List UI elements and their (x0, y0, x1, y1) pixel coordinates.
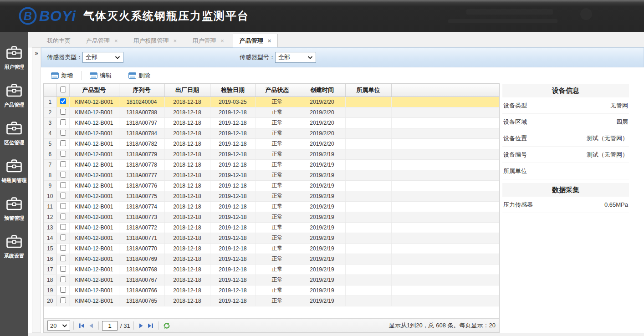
table-row[interactable]: 9 KIM40-12-B001 1318A00776 2018-12-18 20… (44, 180, 499, 191)
select-all-checkbox[interactable] (60, 87, 66, 92)
sidebar-item[interactable]: 产品管理 (3, 83, 25, 109)
table-row[interactable]: 16 KIM40-12-B001 1318A00769 2018-12-18 2… (44, 254, 499, 264)
row-checkbox[interactable] (60, 161, 66, 167)
row-checkbox[interactable] (60, 245, 66, 251)
delete-button-label: 删除 (138, 71, 150, 80)
row-checkbox[interactable] (60, 140, 66, 146)
table-row[interactable]: 4 KIM40-12-B001 1318A00784 2018-12-18 20… (44, 128, 499, 138)
page-size-select[interactable]: 20 (47, 321, 70, 331)
table-row[interactable]: 15 KIM40-12-B001 1318A00770 2018-12-18 2… (44, 243, 499, 254)
expand-panel-icon[interactable]: » (32, 50, 41, 56)
tab-close-icon[interactable]: × (268, 37, 271, 44)
row-checkbox[interactable] (60, 234, 66, 240)
tab[interactable]: 产品管理 × (79, 34, 125, 47)
tab[interactable]: 用户管理 × (185, 34, 231, 47)
column-header[interactable]: 产品型号 (69, 84, 119, 97)
row-checkbox[interactable] (60, 214, 66, 219)
sidebar-item[interactable]: 系统设置 (3, 234, 25, 260)
tab[interactable]: 我的主页 (40, 34, 77, 47)
first-page-button[interactable] (77, 321, 86, 330)
table-row[interactable]: 12 KIM40-12-B001 1318A00773 2018-12-18 2… (44, 212, 499, 222)
product-grid: 产品型号 序列号 出厂日期 检验日期 产品状态 创建时间 所属单位 (43, 83, 500, 333)
sidebar-item[interactable]: 预警管理 (3, 197, 25, 222)
cell-serial: 1318A00774 (119, 201, 164, 212)
table-row[interactable]: 11 KIM40-12-B001 1318A00774 2018-12-18 2… (44, 201, 499, 212)
sidebar-item[interactable]: 钢瓶间管理 (0, 159, 28, 184)
tab[interactable]: 产品管理 × (233, 34, 278, 47)
table-row[interactable]: 20 KIM40-12-B001 1318A00765 2018-12-18 2… (44, 295, 499, 306)
sensor-type-label: 传感器类型： (47, 53, 82, 61)
row-checkbox[interactable] (60, 182, 66, 188)
tab-close-icon[interactable]: × (174, 37, 177, 44)
table-row[interactable]: 18 KIM40-12-B001 1318A00767 2018-12-18 2… (44, 275, 499, 285)
tab-label: 我的主页 (47, 37, 71, 45)
prev-page-button[interactable] (86, 321, 95, 330)
table-row[interactable]: 10 KIM40-12-B001 1318A00775 2018-12-18 2… (44, 191, 499, 201)
row-checkbox[interactable] (60, 287, 66, 293)
briefcase-icon (6, 234, 22, 249)
edit-button[interactable]: 编辑 (86, 70, 115, 81)
refresh-button[interactable] (162, 321, 171, 330)
tab-close-icon[interactable]: × (220, 37, 224, 44)
delete-button[interactable]: 删除 (125, 70, 154, 81)
cell-mfg-date: 2018-12-18 (164, 149, 210, 159)
cell-created: 2019/2/19 (299, 254, 345, 264)
row-checkbox[interactable] (60, 172, 66, 178)
row-checkbox[interactable] (60, 224, 66, 230)
row-checkbox[interactable] (60, 203, 66, 209)
column-header[interactable]: 序列号 (119, 84, 164, 97)
sidebar-item[interactable]: 用户管理 (3, 46, 25, 71)
row-number: 3 (44, 117, 56, 128)
table-row[interactable]: 14 KIM40-12-B001 1318A00771 2018-12-18 2… (44, 233, 499, 243)
row-checkbox[interactable] (60, 151, 66, 157)
last-page-button[interactable] (146, 321, 155, 330)
table-row[interactable]: 19 KIM40-12-B001 1318A00766 2018-12-18 2… (44, 285, 499, 295)
row-checkbox[interactable] (60, 276, 66, 282)
cell-status: 正常 (256, 285, 299, 295)
cell-status: 正常 (256, 254, 299, 264)
row-checkbox[interactable] (60, 255, 66, 261)
row-number: 20 (44, 295, 56, 306)
cell-serial: 1318A00767 (119, 275, 164, 285)
table-row[interactable]: 5 KIM40-12-B001 1318A00782 2018-12-18 20… (44, 138, 499, 149)
sidebar-item[interactable]: 区位管理 (3, 121, 25, 147)
cell-serial: 1318A00769 (119, 254, 164, 264)
next-page-button[interactable] (137, 321, 146, 330)
column-header[interactable]: 产品状态 (256, 84, 299, 97)
cell-inspect-date: 2019-12-18 (210, 191, 256, 201)
page-number-input[interactable] (102, 321, 118, 331)
table-row[interactable]: 7 KIM40-12-B001 1318A00778 2018-12-18 20… (44, 159, 499, 170)
row-checkbox[interactable] (60, 98, 66, 104)
column-header[interactable]: 创建时间 (299, 84, 345, 97)
tab[interactable]: 用户权限管理 × (127, 34, 184, 47)
table-row[interactable]: 6 KIM40-12-B001 1318A00779 2018-12-18 20… (44, 149, 499, 159)
cell-inspect-date: 2019-12-18 (210, 222, 256, 233)
add-button[interactable]: 新增 (47, 70, 77, 81)
cell-product-model: KIM40-12-B001 (69, 295, 119, 306)
tab-close-icon[interactable]: × (114, 37, 118, 44)
grid-empty-space (44, 306, 499, 319)
table-row[interactable]: 8 KIM40-12-B001 1318A00777 2018-12-18 20… (44, 170, 499, 180)
table-row[interactable]: 1 KIM40-12-B001 1810240004 2018-12-18 20… (44, 97, 499, 107)
row-checkbox[interactable] (60, 193, 66, 199)
cell-filler (391, 159, 499, 170)
column-header[interactable]: 出厂日期 (164, 84, 210, 97)
row-checkbox[interactable] (60, 119, 66, 125)
row-checkbox[interactable] (60, 109, 66, 115)
field-value: 测试（无管网） (587, 151, 628, 159)
row-checkbox[interactable] (60, 130, 66, 136)
table-row[interactable]: 3 KIM40-12-B001 1318A00797 2018-12-18 20… (44, 117, 499, 128)
sensor-model-value: 全部 (278, 53, 290, 61)
sensor-model-select[interactable]: 全部 (275, 52, 316, 63)
table-row[interactable]: 2 KIM40-12-B001 1318A00788 2018-12-18 20… (44, 107, 499, 117)
column-header[interactable]: 所属单位 (345, 84, 391, 97)
cell-created: 2019/2/19 (299, 191, 345, 201)
table-row[interactable]: 17 KIM40-12-B001 1318A00768 2018-12-18 2… (44, 264, 499, 275)
cell-unit (345, 149, 391, 159)
table-row[interactable]: 13 KIM40-12-B001 1318A00772 2018-12-18 2… (44, 222, 499, 233)
sensor-type-select[interactable]: 全部 (82, 52, 123, 63)
row-checkbox[interactable] (60, 266, 66, 272)
cell-filler (391, 201, 499, 212)
row-checkbox[interactable] (60, 297, 66, 303)
column-header[interactable]: 检验日期 (210, 84, 256, 97)
